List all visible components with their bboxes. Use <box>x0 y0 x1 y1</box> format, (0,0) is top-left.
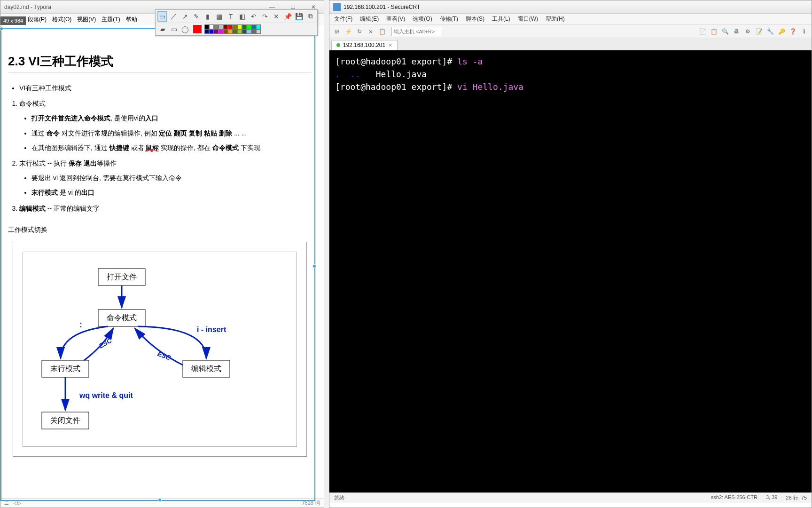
menu-view[interactable]: 查看(V) <box>386 15 405 23</box>
options-icon[interactable]: 🔧 <box>765 27 775 36</box>
color-swatch[interactable] <box>223 29 228 34</box>
status-ready: 就绪 <box>334 494 344 501</box>
save-icon[interactable]: 💾 <box>295 11 304 22</box>
annotation-toolbar[interactable]: ▭ ／ ↗ ✎ ▮ ▦ T ◧ ↶ ↷ ✕ 📌 💾 ⧉ ▰ ▭ ◯ <box>155 9 318 36</box>
help-icon[interactable]: ❓ <box>788 27 797 36</box>
select-rect-icon[interactable]: ▭ <box>157 11 167 22</box>
crt-tabbar: 192.168.100.201 ✕ <box>329 38 812 50</box>
status-ssh: ssh2: AES-256-CTR <box>711 494 757 501</box>
connected-icon <box>336 43 340 47</box>
crt-statusbar: 就绪 ssh2: AES-256-CTR 3, 39 28 行, 75 <box>329 492 812 503</box>
color-swatch[interactable] <box>242 29 247 34</box>
text-icon[interactable]: T <box>226 11 235 22</box>
shape-ellipse-icon[interactable]: ◯ <box>180 24 190 34</box>
typora-editor[interactable]: 2.3 VI三种工作模式 VI有三种工作模式 命令模式 打开文件首先进入命令模式… <box>0 25 319 497</box>
color-swatch[interactable] <box>214 29 219 34</box>
color-swatch[interactable] <box>214 24 219 29</box>
color-swatch[interactable] <box>204 29 209 34</box>
menu-transfer[interactable]: 传输(T) <box>440 15 458 23</box>
color-swatch[interactable] <box>209 24 214 29</box>
print-icon[interactable]: 🖶 <box>732 27 741 36</box>
menu-format[interactable]: 格式(O) <box>52 16 71 24</box>
marker-icon[interactable]: ▮ <box>203 11 212 22</box>
svg-text:打开文件: 打开文件 <box>106 273 137 281</box>
undo-icon[interactable]: ↶ <box>249 11 258 22</box>
menu-window[interactable]: 窗口(W) <box>518 15 538 23</box>
color-swatch[interactable] <box>237 24 242 29</box>
tab-close-icon[interactable]: ✕ <box>388 42 392 48</box>
disconnect-icon[interactable]: ⨯ <box>366 27 375 36</box>
properties-icon[interactable]: ⚙ <box>743 27 752 36</box>
menu-tools[interactable]: 工具(L) <box>492 15 510 23</box>
pencil-icon[interactable]: ✎ <box>192 11 201 22</box>
color-swatch[interactable] <box>242 24 247 29</box>
color-swatch[interactable] <box>256 24 261 29</box>
copy-icon[interactable]: 📄 <box>698 27 707 36</box>
color-swatch[interactable] <box>247 24 251 29</box>
pin-icon[interactable]: 📌 <box>283 11 292 22</box>
menu-options[interactable]: 选项(O) <box>413 15 432 23</box>
menu-theme[interactable]: 主题(T) <box>102 16 120 24</box>
session-tab[interactable]: 192.168.100.201 ✕ <box>331 40 398 50</box>
about-icon[interactable]: ℹ <box>799 27 809 36</box>
line-icon[interactable]: ／ <box>169 11 178 22</box>
log-icon[interactable]: 📝 <box>754 27 764 36</box>
typora-window: day02.md - Typora — ☐ ✕ 编辑(E) 段落(P) 格式(O… <box>0 0 324 508</box>
li-lastmode-b: 末行模式 是 vi 的出口 <box>31 187 312 198</box>
session-icon[interactable]: 📋 <box>377 27 387 36</box>
key-icon[interactable]: 🔑 <box>777 27 786 36</box>
color-swatch[interactable] <box>209 29 214 34</box>
host-input[interactable] <box>391 27 443 36</box>
color-swatch[interactable] <box>219 24 223 29</box>
color-swatch[interactable] <box>228 29 233 34</box>
quick-connect-icon[interactable]: ⚡ <box>344 27 353 36</box>
terminal[interactable]: [root@hadoop01 export]# ls -a . .. Hello… <box>329 50 812 492</box>
color-swatch[interactable] <box>233 29 237 34</box>
svg-text:编辑模式: 编辑模式 <box>191 365 221 373</box>
current-color[interactable] <box>193 25 202 33</box>
li-cmdmode-b: 通过 命令 对文件进行常规的编辑操作, 例如 定位 翻页 复制 粘贴 删除 ..… <box>31 127 312 139</box>
crt-title-text: 192.168.100.201 - SecureCRT <box>344 4 420 10</box>
find-icon[interactable]: 🔍 <box>720 27 730 36</box>
color-swatch[interactable] <box>256 29 261 34</box>
status-size: 28 行, 75 <box>786 494 807 501</box>
arrow-icon[interactable]: ↗ <box>180 11 190 22</box>
menu-help[interactable]: 帮助(H) <box>546 15 565 23</box>
fill-solid-icon[interactable]: ▰ <box>157 24 168 34</box>
color-swatch[interactable] <box>251 24 256 29</box>
li-editmode: 编辑模式 -- 正常的编辑文字 <box>19 203 312 214</box>
color-swatch[interactable] <box>228 24 233 29</box>
color-swatch[interactable] <box>251 29 256 34</box>
eraser-icon[interactable]: ◧ <box>237 11 247 22</box>
color-swatch[interactable] <box>247 29 251 34</box>
menu-script[interactable]: 脚本(S) <box>466 15 484 23</box>
redo-icon[interactable]: ↷ <box>260 11 270 22</box>
word-count[interactable]: 7828 词 <box>302 500 320 507</box>
cancel-icon[interactable]: ✕ <box>272 11 281 22</box>
menu-edit[interactable]: 编辑(E) <box>360 15 379 23</box>
crt-titlebar[interactable]: 192.168.100.201 - SecureCRT <box>329 0 812 14</box>
crt-toolbar: 🖳 ⚡ ↻ ⨯ 📋 📄 📋 🔍 🖶 ⚙ 📝 🔧 🔑 ❓ ℹ <box>329 25 812 38</box>
menu-paragraph[interactable]: 段落(P) <box>28 16 47 24</box>
copy-icon[interactable]: ⧉ <box>306 11 315 22</box>
color-swatch[interactable] <box>237 29 242 34</box>
color-swatch[interactable] <box>233 24 237 29</box>
svg-text:ESC: ESC <box>98 336 114 350</box>
source-icon[interactable]: </> <box>14 500 21 506</box>
color-swatch[interactable] <box>223 24 228 29</box>
shape-rect-icon[interactable]: ▭ <box>169 24 179 34</box>
menu-help[interactable]: 帮助 <box>126 16 137 24</box>
color-swatch[interactable] <box>204 24 209 29</box>
svg-text:关闭文件: 关闭文件 <box>50 416 80 424</box>
menu-view[interactable]: 视图(V) <box>77 16 96 24</box>
typora-statusbar: ☰ </> 7828 词 <box>0 498 324 508</box>
outline-icon[interactable]: ☰ <box>4 500 9 506</box>
color-palette[interactable] <box>204 24 261 34</box>
connect-icon[interactable]: 🖳 <box>332 27 342 36</box>
color-swatch[interactable] <box>219 29 223 34</box>
mosaic-icon[interactable]: ▦ <box>215 11 224 22</box>
paste-icon[interactable]: 📋 <box>709 27 718 36</box>
svg-text:wq    write & quit: wq write & quit <box>79 391 133 399</box>
menu-file[interactable]: 文件(F) <box>334 15 352 23</box>
reconnect-icon[interactable]: ↻ <box>355 27 364 36</box>
